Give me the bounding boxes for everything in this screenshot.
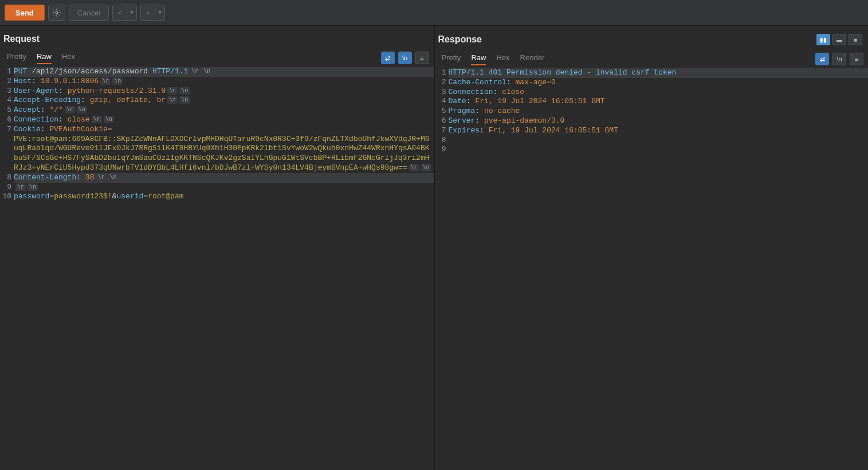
request-tabs: Pretty Raw Hex	[5, 52, 75, 64]
resp-menu-icon[interactable]: ≡	[850, 53, 863, 65]
resp-tab-raw[interactable]: Raw	[471, 53, 486, 65]
response-header: Response ▮▮ ▬ ■	[435, 26, 869, 51]
tab-raw[interactable]: Raw	[37, 52, 52, 64]
layout-rows-icon[interactable]: ▬	[832, 34, 846, 45]
request-tabs-row: Pretty Raw Hex ⇄ \n ≡	[0, 50, 434, 66]
request-header: Request	[0, 26, 434, 50]
toolbar: Send Cancel < ▼ > ▼	[0, 0, 868, 26]
response-title: Response	[438, 34, 482, 45]
layout-single-icon[interactable]: ■	[849, 34, 862, 45]
send-button[interactable]: Send	[5, 5, 45, 21]
request-gutter: 12345678910	[0, 67, 13, 470]
wrap-icon[interactable]: ⇄	[381, 52, 395, 64]
resp-tab-render[interactable]: Render	[520, 53, 545, 65]
prev-button[interactable]: <	[112, 5, 127, 21]
response-tools: ⇄ \n ≡	[815, 53, 863, 65]
request-title: Request	[3, 34, 40, 44]
newline-icon[interactable]: \n	[398, 52, 412, 64]
response-tabs-row: Pretty Raw Hex Render ⇄ \n ≡	[435, 51, 869, 67]
prev-dropdown[interactable]: ▼	[127, 5, 137, 21]
layout-columns-icon[interactable]: ▮▮	[816, 34, 830, 45]
settings-button[interactable]	[48, 5, 65, 21]
response-tabs: Pretty Raw Hex Render	[439, 53, 545, 65]
menu-icon[interactable]: ≡	[415, 52, 429, 64]
prev-button-group: < ▼	[112, 5, 137, 21]
tab-hex[interactable]: Hex	[62, 52, 75, 64]
response-editor[interactable]: 123456789 HTTP/1.1 401 Permission denied…	[435, 67, 869, 470]
svg-point-0	[56, 11, 58, 14]
tab-pretty[interactable]: Pretty	[7, 52, 26, 64]
resp-wrap-icon[interactable]: ⇄	[815, 53, 829, 65]
response-pane: Response ▮▮ ▬ ■ Pretty Raw Hex Render ⇄ …	[435, 26, 869, 470]
gear-icon	[52, 8, 61, 17]
resp-tab-pretty[interactable]: Pretty	[442, 53, 461, 65]
layout-toggles: ▮▮ ▬ ■	[816, 34, 865, 45]
request-code[interactable]: PUT /api2/json/access/password HTTP/1.1\…	[13, 67, 434, 470]
panes: Request Pretty Raw Hex ⇄ \n ≡ 1234567891…	[0, 26, 868, 470]
resp-tab-hex[interactable]: Hex	[496, 53, 509, 65]
next-button[interactable]: >	[140, 5, 155, 21]
cancel-button[interactable]: Cancel	[69, 5, 109, 21]
next-dropdown[interactable]: ▼	[155, 5, 165, 21]
request-editor[interactable]: 12345678910 PUT /api2/json/access/passwo…	[0, 66, 434, 470]
request-pane: Request Pretty Raw Hex ⇄ \n ≡ 1234567891…	[0, 26, 435, 470]
response-gutter: 123456789	[435, 68, 447, 470]
response-code[interactable]: HTTP/1.1 401 Permission denied - invalid…	[447, 68, 869, 470]
next-button-group: > ▼	[140, 5, 165, 21]
request-tools: ⇄ \n ≡	[381, 52, 429, 64]
resp-newline-icon[interactable]: \n	[832, 53, 846, 65]
